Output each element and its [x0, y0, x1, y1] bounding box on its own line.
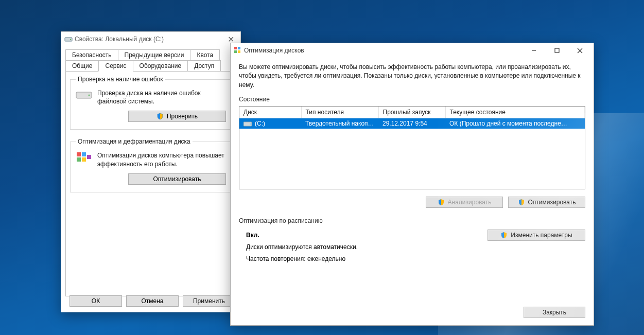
drive-icon: [64, 35, 73, 43]
group-error-checking: Проверка на наличие ошибок Проверка диск…: [70, 76, 232, 130]
tab-row-1: Безопасность Предыдущие версии Квота: [65, 49, 236, 60]
schedule-header: Оптимизация по расписанию: [239, 217, 585, 224]
close-dialog-button[interactable]: Закрыть: [524, 307, 585, 318]
svg-rect-4: [77, 152, 81, 156]
tab-sharing[interactable]: Доступ: [187, 60, 221, 71]
cell-disk: (C:): [239, 118, 301, 129]
svg-rect-12: [238, 50, 240, 53]
optimize-button-label: Оптимизировать: [153, 175, 201, 183]
shield-icon: [500, 232, 508, 239]
svg-point-18: [250, 124, 251, 125]
defrag-icon: [76, 151, 92, 166]
analyze-button[interactable]: Анализировать: [426, 197, 503, 208]
window-title: Оптимизация дисков: [242, 47, 522, 54]
state-label: Состояние: [239, 96, 585, 103]
tab-quota[interactable]: Квота: [190, 49, 220, 60]
drives-list[interactable]: Диск Тип носителя Прошлый запуск Текущее…: [239, 106, 585, 189]
col-disk[interactable]: Диск: [239, 107, 301, 118]
tab-previous-versions[interactable]: Предыдущие версии: [118, 49, 191, 60]
svg-rect-8: [87, 155, 91, 159]
tabs: Безопасность Предыдущие версии Квота Общ…: [61, 46, 240, 71]
svg-rect-7: [82, 157, 86, 162]
col-media[interactable]: Тип носителя: [301, 107, 378, 118]
optimize-drives-window: Оптимизация дисков Вы можете оптимизиров…: [230, 43, 594, 326]
svg-rect-10: [238, 47, 240, 49]
cell-status: ОК (Прошло дней с момента последне…: [445, 118, 585, 129]
apply-button[interactable]: Применить: [183, 295, 235, 307]
drive-icon: [243, 121, 252, 127]
ok-button[interactable]: ОК: [69, 295, 122, 307]
shield-icon: [438, 199, 445, 206]
table-header-row[interactable]: Диск Тип носителя Прошлый запуск Текущее…: [239, 107, 585, 118]
group-error-checking-legend: Проверка на наличие ошибок: [76, 76, 165, 83]
minimize-button[interactable]: [522, 43, 545, 58]
col-last-run[interactable]: Прошлый запуск: [378, 107, 445, 118]
change-settings-button-label: Изменить параметры: [511, 232, 572, 239]
svg-rect-9: [234, 47, 237, 49]
titlebar[interactable]: Свойства: Локальный диск (C:) ✕: [61, 32, 240, 46]
titlebar[interactable]: Оптимизация дисков: [231, 43, 594, 58]
tab-general[interactable]: Общие: [65, 60, 99, 71]
svg-rect-11: [234, 50, 237, 53]
schedule-info: Вкл. Диски оптимизируются автоматически.…: [239, 230, 358, 265]
shield-icon: [156, 113, 164, 120]
bottom-button-row: Закрыть: [524, 307, 585, 318]
svg-point-1: [70, 39, 71, 40]
list-actions: Анализировать Оптимизировать: [239, 197, 585, 208]
dialog-buttons: ОК Отмена Применить: [69, 295, 235, 307]
check-button[interactable]: Проверить: [128, 111, 226, 122]
tab-panel-tools: Проверка на наличие ошибок Проверка диск…: [65, 71, 236, 296]
group-defrag-legend: Оптимизация и дефрагментация диска: [76, 138, 193, 145]
schedule-on: Вкл.: [246, 230, 358, 241]
shield-icon: [518, 199, 525, 206]
close-button[interactable]: [568, 43, 591, 58]
schedule-line2: Частота повторения: еженедельно: [246, 253, 358, 265]
cancel-button[interactable]: Отмена: [126, 295, 179, 307]
hdd-icon: [76, 89, 92, 101]
window-title: Свойства: Локальный диск (C:): [73, 36, 223, 43]
description-text: Вы можете оптимизировать диски, чтобы по…: [239, 63, 585, 90]
col-status[interactable]: Текущее состояние: [445, 107, 585, 118]
tab-row-2: Общие Сервис Оборудование Доступ: [65, 60, 236, 71]
desktop: Свойства: Локальный диск (C:) ✕ Безопасн…: [0, 0, 644, 335]
window-controls: [522, 43, 591, 58]
svg-point-3: [89, 95, 90, 96]
svg-rect-6: [77, 157, 81, 162]
optimize-now-button-label: Оптимизировать: [528, 199, 576, 206]
cell-last-run: 29.12.2017 9:54: [378, 118, 445, 129]
svg-rect-14: [555, 48, 559, 52]
tab-hardware[interactable]: Оборудование: [133, 60, 188, 71]
tab-tools[interactable]: Сервис: [98, 60, 133, 72]
defrag-text: Оптимизация дисков компьютера повышает э…: [97, 151, 226, 168]
schedule-section: Оптимизация по расписанию Вкл. Диски опт…: [239, 217, 585, 265]
svg-rect-5: [82, 152, 86, 156]
schedule-line1: Диски оптимизируются автоматически.: [246, 241, 358, 253]
change-settings-button[interactable]: Изменить параметры: [488, 230, 585, 241]
error-check-text: Проверка диска на наличие ошибок файлово…: [97, 89, 226, 105]
tab-security[interactable]: Безопасность: [65, 49, 118, 60]
table-row[interactable]: (C:) Твердотельный накоп… 29.12.2017 9:5…: [239, 118, 585, 129]
cell-media: Твердотельный накоп…: [301, 118, 378, 129]
optimize-now-button[interactable]: Оптимизировать: [508, 197, 585, 208]
group-defrag: Оптимизация и дефрагментация диска Оптим…: [70, 138, 232, 192]
optimize-button[interactable]: Оптимизировать: [128, 173, 226, 185]
disk-properties-dialog: Свойства: Локальный диск (C:) ✕ Безопасн…: [61, 31, 241, 312]
maximize-button[interactable]: [545, 43, 568, 58]
check-button-label: Проверить: [167, 113, 198, 120]
defrag-icon: [234, 46, 242, 55]
analyze-button-label: Анализировать: [448, 199, 492, 206]
